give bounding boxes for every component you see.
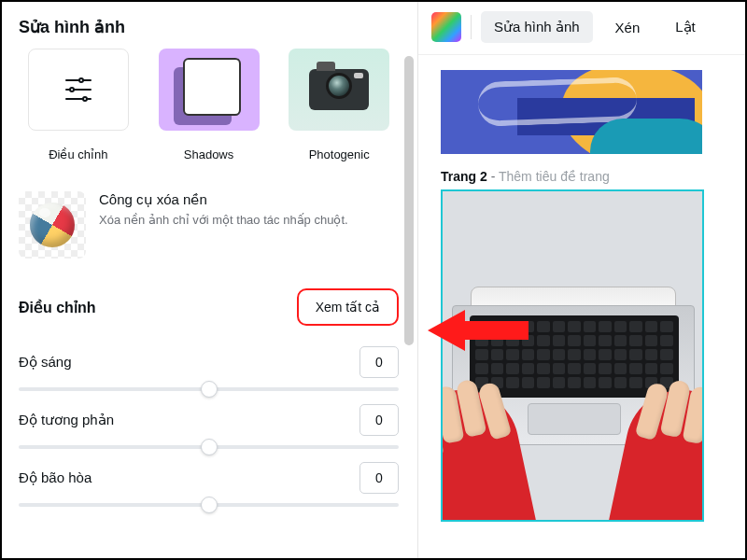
page-separator: - [487,169,499,184]
slider-value-input[interactable] [359,462,399,494]
slider-track[interactable] [19,445,399,449]
effect-shadows[interactable]: Shadows [149,49,269,161]
photogenic-icon [289,49,389,131]
effect-photogenic[interactable]: Photogenic [279,49,399,161]
slider-track[interactable] [19,503,399,507]
bg-remover-title: Công cụ xóa nền [99,191,348,208]
see-all-button[interactable]: Xem tất cả [297,288,399,326]
page-label[interactable]: Trang 2 - Thêm tiêu đề trang [441,169,747,184]
adjust-sliders: Độ sáng Độ tương phản Độ bão hòa [0,326,417,507]
slider-contrast: Độ tương phản [19,404,399,449]
top-toolbar: Sửa hình ảnh Xén Lật [418,0,747,55]
slider-value-input[interactable] [359,404,399,436]
page-number: Trang 2 [441,169,487,184]
bg-remover-icon [19,191,86,259]
canvas-area: Sửa hình ảnh Xén Lật Trang 2 - Thêm tiêu… [418,0,747,560]
background-remover-tool[interactable]: Công cụ xóa nền Xóa nền ảnh chỉ với một … [19,188,399,281]
panel-title: Sửa hình ảnh [0,0,417,49]
effect-label: Photogenic [309,147,370,161]
selected-image-frame[interactable] [441,189,704,522]
effects-row: Điều chỉnh Shadows Photogenic [0,49,417,171]
crop-button[interactable]: Xén [602,12,654,43]
slider-thumb[interactable] [201,439,218,455]
panel-scrollbar[interactable] [404,56,414,345]
slider-thumb[interactable] [201,381,218,398]
toolbar-divider [471,15,472,39]
edit-image-panel: Sửa hình ảnh Điều chỉnh Shadows [0,0,418,560]
page-title-placeholder: Thêm tiêu đề trang [499,169,610,184]
effect-adjust[interactable]: Điều chỉnh [19,49,138,161]
effect-label: Điều chỉnh [49,147,107,161]
adjust-icon [28,49,129,131]
slider-saturation: Độ bão hòa [19,462,399,507]
slider-label: Độ sáng [19,354,72,371]
flip-button[interactable]: Lật [662,11,709,43]
slider-thumb[interactable] [201,497,218,513]
color-picker-button[interactable] [431,12,461,42]
shadows-icon [159,49,260,131]
slider-value-input[interactable] [359,346,399,378]
slider-label: Độ bão hòa [19,469,92,486]
adjust-section-title: Điều chỉnh [19,299,95,316]
slider-brightness: Độ sáng [19,346,399,391]
effect-label: Shadows [184,147,233,161]
slider-label: Độ tương phản [19,412,114,428]
edit-image-button[interactable]: Sửa hình ảnh [481,11,593,43]
slider-track[interactable] [19,387,399,391]
adjust-section-header: Điều chỉnh Xem tất cả [0,288,417,326]
bg-remover-desc: Xóa nền ảnh chỉ với một thao tác nhấp ch… [99,212,348,229]
page-1-preview[interactable] [441,70,702,154]
